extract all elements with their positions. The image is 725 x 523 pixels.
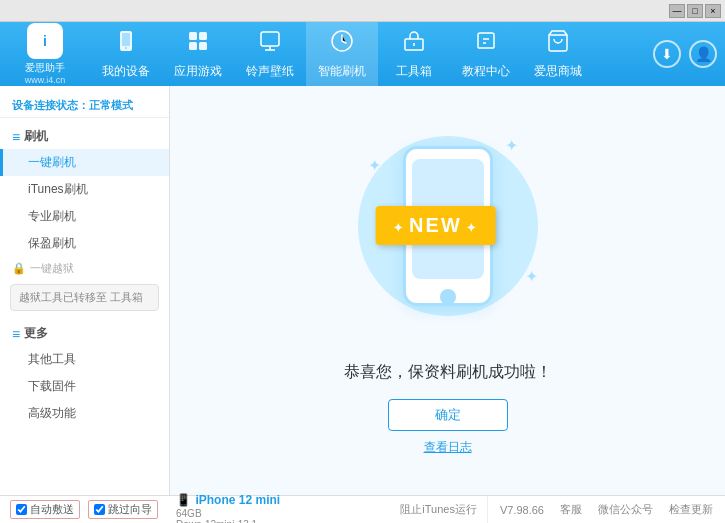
version-text: V7.98.66: [500, 504, 544, 516]
toolbox-icon: [402, 29, 426, 59]
log-link[interactable]: 查看日志: [424, 439, 472, 456]
nav-shop-label: 爱思商城: [534, 63, 582, 80]
tutorial-icon: [474, 29, 498, 59]
minimize-btn[interactable]: —: [669, 4, 685, 18]
nav-toolbox-label: 工具箱: [396, 63, 432, 80]
new-banner: NEW: [375, 206, 496, 245]
flash-section-label: 刷机: [24, 128, 48, 145]
apps-icon: [186, 29, 210, 59]
svg-rect-3: [189, 32, 197, 40]
logo-icon: i: [27, 23, 63, 59]
close-btn[interactable]: ×: [705, 4, 721, 18]
ringtone-icon: [258, 29, 282, 59]
nav-ringtone[interactable]: 铃声壁纸: [234, 22, 306, 86]
bottom-bar: 自动敷送 跳过向导 📱 iPhone 12 mini 64GB Down-12m…: [0, 495, 725, 523]
main-content: NEW ✦ ✦ ✦ 恭喜您，保资料刷机成功啦！ 确定 查看日志: [170, 86, 725, 495]
logo-text: 爱思助手 www.i4.cn: [25, 61, 66, 85]
phone-home-btn: [440, 289, 456, 305]
flash-section-icon: ≡: [12, 129, 20, 145]
sidebar-section-more: ≡ 更多: [0, 321, 169, 346]
nav-right: ⬇ 👤: [653, 40, 725, 68]
skip-wizard-checkbox[interactable]: [94, 504, 105, 515]
title-bar: — □ ×: [0, 0, 725, 22]
support-link[interactable]: 客服: [560, 502, 582, 517]
svg-rect-7: [261, 32, 279, 46]
bottom-left: 自动敷送 跳过向导 📱 iPhone 12 mini 64GB Down-12m…: [0, 496, 488, 523]
flash-icon: [330, 29, 354, 59]
nav-smart-flash[interactable]: 智能刷机: [306, 22, 378, 86]
nav-toolbox[interactable]: 工具箱: [378, 22, 450, 86]
svg-rect-5: [189, 42, 197, 50]
sidebar-section-flash: ≡ 刷机: [0, 124, 169, 149]
connection-status: 设备连接状态：正常模式: [0, 94, 169, 118]
sparkle-2: ✦: [505, 136, 518, 155]
maximize-btn[interactable]: □: [687, 4, 703, 18]
nav-items: 我的设备 应用游戏 铃声壁纸 智能刷机 工具箱: [90, 22, 653, 86]
nav-smart-flash-label: 智能刷机: [318, 63, 366, 80]
status-label-text: 设备连接状态：: [12, 99, 89, 111]
sidebar-disabled-jailbreak: 🔒 一键越狱: [0, 257, 169, 280]
svg-rect-1: [122, 33, 130, 46]
status-value: 正常模式: [89, 99, 133, 111]
stop-itunes-btn[interactable]: 阻止iTunes运行: [400, 502, 477, 517]
sidebar-item-other-tools[interactable]: 其他工具: [0, 346, 169, 373]
success-title: 恭喜您，保资料刷机成功啦！: [344, 362, 552, 383]
update-link[interactable]: 检查更新: [669, 502, 713, 517]
sidebar-item-pro-flash[interactable]: 专业刷机: [0, 203, 169, 230]
nav-my-device-label: 我的设备: [102, 63, 150, 80]
skip-wizard-label: 跳过向导: [108, 502, 152, 517]
nav-tutorial-label: 教程中心: [462, 63, 510, 80]
skip-wizard-checkbox-label[interactable]: 跳过向导: [88, 500, 158, 519]
device-info: 📱 iPhone 12 mini 64GB Down-12mini-13,1: [176, 490, 280, 524]
device-icon-small: 📱: [176, 493, 191, 507]
jailbreak-info-text: 越狱工具已转移至 工具箱: [19, 291, 143, 303]
nav-apps-games[interactable]: 应用游戏: [162, 22, 234, 86]
nav-tutorial[interactable]: 教程中心: [450, 22, 522, 86]
device-icon: [114, 29, 138, 59]
top-nav: i 爱思助手 www.i4.cn 我的设备 应用游戏 铃声壁纸: [0, 22, 725, 86]
device-name: iPhone 12 mini: [195, 493, 280, 507]
auto-push-checkbox[interactable]: [16, 504, 27, 515]
shop-icon: [546, 29, 570, 59]
sidebar-item-download-firmware[interactable]: 下载固件: [0, 373, 169, 400]
sidebar-item-save-flash[interactable]: 保盈刷机: [0, 230, 169, 257]
svg-rect-6: [199, 42, 207, 50]
nav-apps-label: 应用游戏: [174, 63, 222, 80]
device-storage: 64GB: [176, 508, 280, 519]
svg-rect-4: [199, 32, 207, 40]
jailbreak-info-box: 越狱工具已转移至 工具箱: [10, 284, 159, 311]
success-illustration: NEW ✦ ✦ ✦: [348, 126, 548, 346]
sidebar: 设备连接状态：正常模式 ≡ 刷机 一键刷机 iTunes刷机 专业刷机 保盈刷机…: [0, 86, 170, 495]
bottom-right: V7.98.66 客服 微信公众号 检查更新: [488, 496, 725, 523]
jailbreak-label: 一键越狱: [30, 261, 74, 276]
sidebar-item-itunes-flash[interactable]: iTunes刷机: [0, 176, 169, 203]
wechat-link[interactable]: 微信公众号: [598, 502, 653, 517]
sparkle-3: ✦: [525, 267, 538, 286]
sparkle-1: ✦: [368, 156, 381, 175]
lock-icon: 🔒: [12, 262, 26, 275]
svg-point-2: [125, 46, 127, 48]
more-section-label: 更多: [24, 325, 48, 342]
nav-my-device[interactable]: 我的设备: [90, 22, 162, 86]
user-btn[interactable]: 👤: [689, 40, 717, 68]
device-model: Down-12mini-13,1: [176, 519, 280, 524]
auto-push-checkbox-label[interactable]: 自动敷送: [10, 500, 80, 519]
download-btn[interactable]: ⬇: [653, 40, 681, 68]
auto-push-label: 自动敷送: [30, 502, 74, 517]
nav-ringtone-label: 铃声壁纸: [246, 63, 294, 80]
nav-shop[interactable]: 爱思商城: [522, 22, 594, 86]
confirm-button[interactable]: 确定: [388, 399, 508, 431]
logo[interactable]: i 爱思助手 www.i4.cn: [0, 23, 90, 85]
sidebar-item-one-click-flash[interactable]: 一键刷机: [0, 149, 169, 176]
main-layout: 设备连接状态：正常模式 ≡ 刷机 一键刷机 iTunes刷机 专业刷机 保盈刷机…: [0, 86, 725, 495]
more-section-icon: ≡: [12, 326, 20, 342]
sidebar-item-advanced[interactable]: 高级功能: [0, 400, 169, 427]
